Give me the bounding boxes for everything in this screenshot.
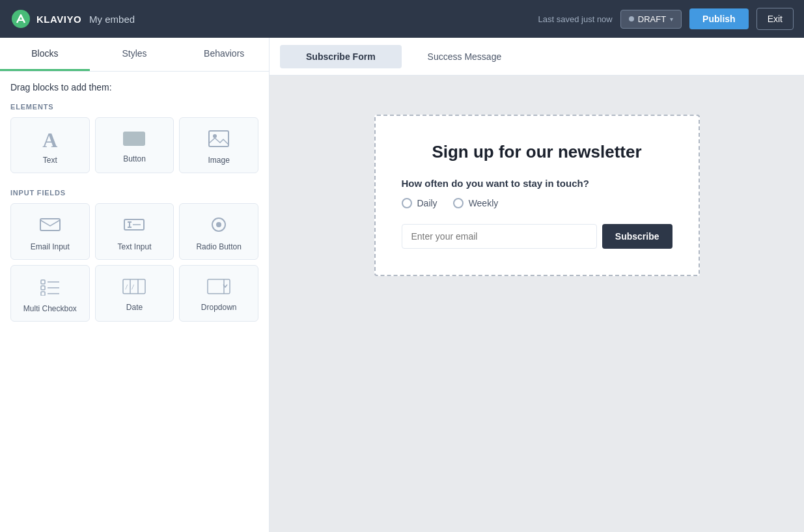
block-text-input[interactable]: Text Input — [95, 203, 174, 260]
topnav-right: Last saved just now DRAFT ▾ Publish Exit — [538, 8, 794, 30]
block-button[interactable]: Button — [95, 117, 174, 173]
klaviyo-logo-text: KLAVIYO — [36, 14, 81, 25]
block-radio-button[interactable]: Radio Button — [179, 203, 258, 260]
sidebar: Blocks Styles Behaviors Drag blocks to a… — [0, 38, 270, 532]
canvas-tab-subscribe-form[interactable]: Subscribe Form — [280, 45, 402, 68]
form-question: How often do you want to stay in touch? — [402, 178, 672, 189]
svg-rect-4 — [40, 219, 60, 231]
canvas: Subscribe Form Success Message Sign up f… — [270, 38, 804, 532]
email-input-icon — [40, 216, 61, 237]
block-button-label: Button — [123, 154, 146, 163]
sidebar-tabs: Blocks Styles Behaviors — [0, 38, 269, 72]
topnav: KLAVIYO My embed Last saved just now DRA… — [0, 0, 804, 38]
draft-label: DRAFT — [638, 14, 666, 24]
block-multi-checkbox-label: Multi Checkbox — [23, 304, 77, 313]
block-date-label: Date — [126, 303, 143, 312]
canvas-tabs: Subscribe Form Success Message — [270, 38, 804, 76]
block-date[interactable]: / / Date — [95, 265, 174, 322]
svg-text:/ /: / / — [125, 285, 135, 290]
radio-group: Daily Weekly — [402, 198, 672, 208]
radio-daily-label: Daily — [417, 198, 437, 208]
last-saved-text: Last saved just now — [538, 14, 613, 24]
drag-hint: Drag blocks to add them: — [10, 82, 258, 92]
block-image[interactable]: Image — [179, 117, 258, 173]
svg-rect-14 — [41, 286, 45, 290]
subscribe-button[interactable]: Subscribe — [602, 224, 672, 249]
topnav-left: KLAVIYO My embed — [10, 8, 135, 29]
input-fields-label: INPUT FIELDS — [10, 189, 258, 197]
block-text-input-label: Text Input — [117, 242, 151, 251]
elements-label: ELEMENTS — [10, 103, 258, 111]
publish-button[interactable]: Publish — [689, 8, 749, 29]
svg-rect-2 — [209, 131, 229, 147]
logo-wrap: KLAVIYO — [10, 8, 81, 29]
block-text-label: Text — [43, 156, 57, 165]
draft-button[interactable]: DRAFT ▾ — [620, 10, 682, 29]
draft-chevron-icon: ▾ — [670, 16, 673, 23]
elements-grid: A Text Button — [10, 117, 258, 173]
block-email-input[interactable]: Email Input — [10, 203, 90, 260]
input-fields-grid: Email Input Text Input — [10, 203, 258, 322]
button-icon — [122, 131, 146, 149]
block-text[interactable]: A Text — [10, 117, 90, 173]
svg-rect-22 — [208, 279, 230, 294]
svg-rect-1 — [123, 132, 145, 146]
svg-rect-16 — [41, 292, 45, 296]
block-dropdown[interactable]: Dropdown — [179, 265, 258, 322]
block-image-label: Image — [208, 156, 229, 165]
radio-weekly[interactable]: Weekly — [453, 198, 499, 208]
date-icon: / / — [122, 279, 146, 298]
radio-circle-daily — [402, 198, 412, 208]
block-multi-checkbox[interactable]: Multi Checkbox — [10, 265, 90, 322]
block-email-label: Email Input — [31, 242, 70, 251]
block-dropdown-label: Dropdown — [201, 303, 237, 312]
sidebar-tab-behaviors[interactable]: Behaviors — [179, 38, 269, 71]
email-row: Subscribe — [402, 224, 672, 249]
sidebar-tab-styles[interactable]: Styles — [90, 38, 180, 71]
embed-title: My embed — [89, 14, 135, 25]
radio-daily[interactable]: Daily — [402, 198, 437, 208]
main-layout: Blocks Styles Behaviors Drag blocks to a… — [0, 38, 804, 532]
form-title: Sign up for our newsletter — [402, 142, 672, 162]
sidebar-content: Drag blocks to add them: ELEMENTS A Text… — [0, 72, 269, 348]
svg-point-11 — [216, 222, 221, 227]
form-preview: Sign up for our newsletter How often do … — [374, 115, 700, 276]
svg-point-0 — [12, 10, 30, 28]
text-icon: A — [42, 130, 57, 150]
svg-rect-12 — [41, 280, 45, 284]
exit-button[interactable]: Exit — [756, 8, 794, 30]
multi-checkbox-icon — [40, 277, 61, 299]
canvas-tab-success-message[interactable]: Success Message — [402, 45, 528, 68]
radio-button-icon — [208, 216, 229, 237]
email-input[interactable] — [402, 224, 597, 249]
klaviyo-logo-icon — [10, 8, 31, 29]
draft-status-dot — [629, 16, 634, 21]
sidebar-tab-blocks[interactable]: Blocks — [0, 38, 90, 71]
radio-circle-weekly — [453, 198, 464, 208]
radio-weekly-label: Weekly — [469, 198, 499, 208]
block-radio-label: Radio Button — [196, 242, 241, 251]
dropdown-icon — [207, 279, 230, 298]
text-input-icon — [124, 216, 145, 237]
canvas-area: Sign up for our newsletter How often do … — [270, 76, 804, 532]
image-icon — [208, 130, 229, 150]
